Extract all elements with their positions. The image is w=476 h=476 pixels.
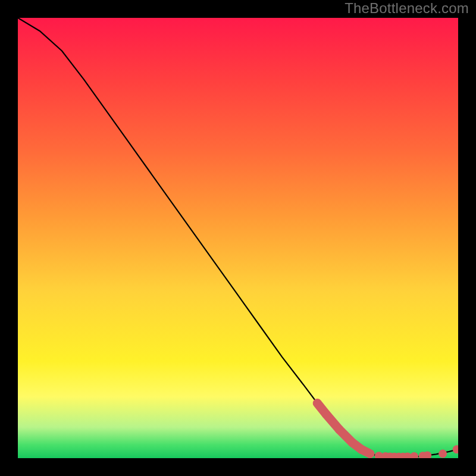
baseline-marker bbox=[453, 445, 458, 453]
watermark-text: TheBottleneck.com bbox=[345, 0, 469, 17]
baseline-marker bbox=[439, 450, 447, 458]
baseline-markers-group bbox=[375, 445, 458, 458]
chart-container: TheBottleneck.com bbox=[0, 0, 476, 476]
highlighted-segment-piece bbox=[361, 449, 370, 453]
highlighted-curve-segment bbox=[317, 403, 370, 454]
bottleneck-curve-line bbox=[18, 18, 458, 458]
chart-overlay bbox=[18, 18, 458, 458]
baseline-marker bbox=[410, 452, 418, 458]
